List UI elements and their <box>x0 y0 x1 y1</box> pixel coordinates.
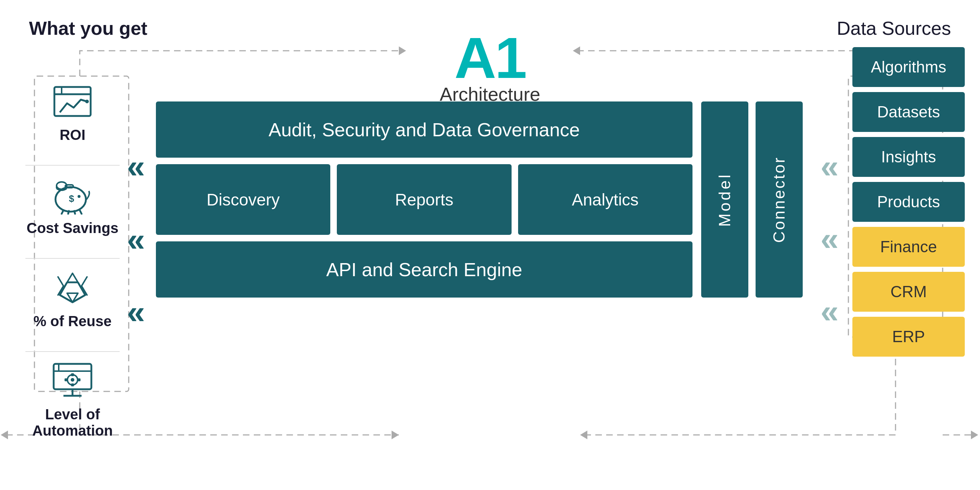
svg-rect-31 <box>78 379 81 381</box>
ds-insights: Insights <box>853 137 965 177</box>
automation-item: Level of Automation <box>22 359 123 439</box>
svg-point-27 <box>71 378 74 382</box>
ds-datasets: Datasets <box>853 92 965 132</box>
svg-text:$: $ <box>69 193 74 204</box>
ds-finance: Finance <box>853 227 965 267</box>
api-block: API and Search Engine <box>156 241 692 298</box>
ds-algorithms: Algorithms <box>853 47 965 87</box>
svg-rect-28 <box>71 373 74 376</box>
svg-line-14 <box>62 210 64 214</box>
svg-marker-3 <box>573 46 580 55</box>
reuse-label: % of Reuse <box>33 313 112 329</box>
roi-label: ROI <box>59 127 85 143</box>
ds-erp: ERP <box>853 317 965 356</box>
what-you-get-title: What you get <box>29 18 147 39</box>
chevron-right-mid: « <box>821 220 838 258</box>
data-sources-panel: Algorithms Datasets Insights Products Fi… <box>853 47 965 356</box>
svg-line-17 <box>80 210 81 214</box>
model-block: Model <box>701 102 748 298</box>
connector-block: Connector <box>756 102 803 298</box>
svg-line-16 <box>74 211 75 214</box>
svg-rect-30 <box>65 379 67 381</box>
data-sources-title: Data Sources <box>837 18 951 39</box>
cost-savings-label: Cost Savings <box>27 220 118 236</box>
automation-label: Level of Automation <box>22 406 123 439</box>
reports-block: Reports <box>337 164 511 235</box>
roi-item: ROI <box>22 80 123 143</box>
svg-marker-5 <box>580 431 587 439</box>
automation-icon <box>51 359 94 402</box>
page: What you get Data Sources A1 Architectur… <box>0 0 980 490</box>
analytics-block: Analytics <box>518 164 692 235</box>
discovery-block: Discovery <box>156 164 330 235</box>
architecture-center: A1 Architecture <box>440 29 540 105</box>
reuse-icon <box>51 266 94 310</box>
cost-savings-icon: $ <box>51 173 94 216</box>
chevron-api: « <box>127 294 145 331</box>
svg-point-18 <box>78 195 81 198</box>
divider-2 <box>25 258 119 259</box>
svg-marker-4 <box>391 431 399 439</box>
left-panel: ROI <box>22 80 123 461</box>
cost-savings-item: $ Cost Savings <box>22 173 123 236</box>
chevron-right-top: « <box>821 148 838 185</box>
svg-point-11 <box>85 100 89 103</box>
reuse-item: % of Reuse <box>22 266 123 329</box>
architecture-container: Audit, Security and Data Governance Disc… <box>156 102 758 341</box>
arch-a1-title: A1 <box>440 29 540 87</box>
svg-marker-2 <box>399 46 406 55</box>
divider-3 <box>25 351 119 352</box>
chevron-audit: « <box>127 148 145 185</box>
audit-block: Audit, Security and Data Governance <box>156 102 692 158</box>
connector-label: Connector <box>770 156 788 243</box>
chevron-right-bot: « <box>821 293 838 330</box>
chevron-discovery: « <box>127 221 145 258</box>
model-label: Model <box>716 172 734 227</box>
svg-rect-29 <box>71 383 74 387</box>
roi-icon <box>51 80 94 123</box>
svg-marker-7 <box>971 431 978 439</box>
svg-marker-6 <box>1 431 8 439</box>
divider-1 <box>25 165 119 165</box>
ds-crm: CRM <box>853 272 965 312</box>
svg-line-15 <box>68 211 69 214</box>
ds-products: Products <box>853 182 965 222</box>
